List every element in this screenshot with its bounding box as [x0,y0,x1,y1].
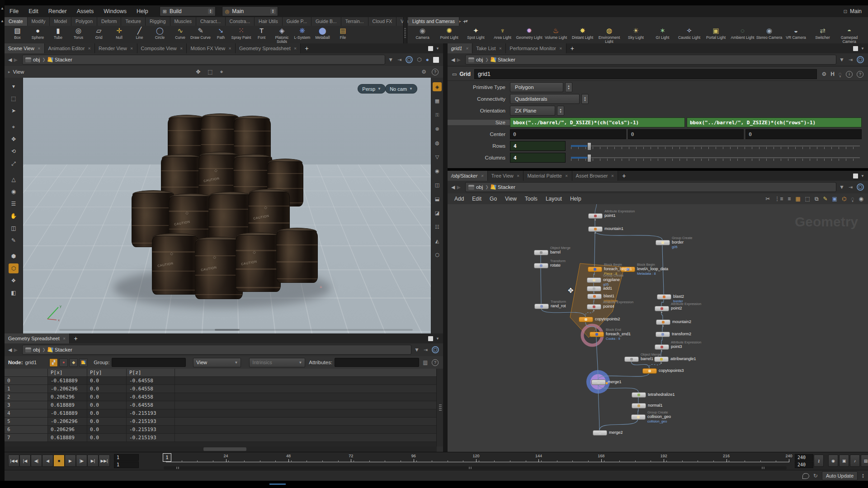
sphere-icon[interactable]: ● [426,56,429,63]
shelf-tool-line[interactable]: ╱Line [129,26,150,43]
path-menu-icon[interactable]: ▼ [839,184,844,190]
shelf-tool-platonic-solids[interactable]: ◈Platonic Solids [272,26,292,43]
node-copytopoints3[interactable] [642,368,657,374]
menu-assets[interactable]: Assets [72,5,99,17]
link-icon[interactable] [857,56,864,63]
path-segment-obj[interactable]: obj [25,347,40,352]
display-option-icon[interactable]: ⚿ [433,110,442,119]
dropdown-spinner[interactable]: ▲▼ [565,82,572,92]
node-attribwrangle1[interactable] [654,357,669,362]
shelf-tool-spray-paint[interactable]: ⁙Spray Paint [231,26,251,43]
path-menu-icon[interactable]: ▼ [839,56,844,63]
maximize-pane-icon[interactable] [853,46,858,51]
tab-geometry-spreadsheet[interactable]: Geometry Spreadsheet✕ [5,333,70,343]
viewport-tool-icon[interactable]: ✋ [9,211,19,221]
list-icon[interactable]: ≡ [788,196,791,202]
display-option-icon[interactable]: ◫ [433,180,442,189]
close-icon[interactable]: ✕ [611,174,614,178]
close-icon[interactable]: ✕ [88,47,91,51]
node-name-field[interactable]: grid1 [474,69,817,79]
close-icon[interactable]: ✕ [180,47,183,51]
display-option-icon[interactable]: ☷ [433,222,442,231]
viewport-tool-icon[interactable]: ◫ [9,223,19,233]
shelf-tab-create[interactable]: Create [5,17,28,26]
help-icon[interactable]: ? [432,69,439,75]
shelf-tool-tube[interactable]: ▮Tube [48,26,68,43]
shelf-tool-font[interactable]: TFont [251,26,272,43]
shelf-tool-file[interactable]: ▤File [333,26,353,43]
path-field[interactable]: obj❯Stacker [465,182,836,192]
shelf-tool-torus[interactable]: ◎Torus [68,26,89,43]
viewport-tool-icon[interactable]: ⌖ [9,122,19,132]
node-flag-dot[interactable] [593,310,594,311]
close-icon[interactable]: ✕ [63,337,66,341]
forward-icon[interactable]: ▶ [14,347,17,353]
shelf-tab-modify[interactable]: Modify [28,17,50,26]
shelf-tab-terrain[interactable]: Terrain... [341,17,368,26]
refresh-icon[interactable]: ↻ [813,473,818,479]
tab-scene-view[interactable]: Scene View✕ [5,43,45,53]
close-icon[interactable]: ✕ [565,174,568,178]
menu-file[interactable]: File [5,5,24,17]
back-icon[interactable]: ◀ [451,184,455,190]
key-icon[interactable]: ⚷ [814,455,824,467]
pin-icon[interactable]: ⇥ [424,347,428,353]
network-menu-add[interactable]: Add [450,196,468,202]
path-segment-obj[interactable]: obj [468,184,483,190]
shelf-tool-curve[interactable]: ∿Curve [170,26,190,43]
overview-icon[interactable]: ◉ [859,196,863,202]
number-field[interactable]: 4 [510,153,566,163]
shelf-tool-portal-light[interactable]: ▣Portal Light [703,26,729,43]
close-icon[interactable]: ✕ [228,47,231,51]
columns-icon[interactable]: ▥ [423,359,428,366]
play-icon[interactable]: ▶ [65,455,76,467]
network-menu-layout[interactable]: Layout [542,196,566,202]
shelf-tool-environment-light[interactable]: ◍Environment Light [596,26,623,43]
tab-asset-browser[interactable]: Asset Browser✕ [572,171,618,181]
viewport-tool-icon[interactable]: ❖ [9,276,19,286]
shelf-tool-geometry-light[interactable]: ✹Geometry Light [516,26,542,43]
shelf-tab-guidep[interactable]: Guide P... [283,17,311,26]
tab--obj-stacker[interactable]: /obj/Stacker✕ [448,171,488,181]
camera-selector[interactable]: No cam▼ [385,84,417,94]
node-transform2[interactable] [656,332,670,337]
shelf-tab-charact[interactable]: Charact... [196,17,226,26]
viewport-3d[interactable]: CAUTION◇CAUTION◇CAUTION◇CAUTION◇CAUTION◇… [23,78,431,333]
node-barrel1[interactable] [624,357,639,362]
display-option-icon[interactable]: ▽ [433,152,442,161]
record-icon[interactable]: ◉ [828,455,838,467]
spinner-icon[interactable]: ▲▼ [270,9,276,14]
shelf-tool-null[interactable]: ✛Null [109,26,129,43]
close-icon[interactable]: ✕ [465,47,468,51]
hscript-icon[interactable]: H [830,71,835,77]
shelf-tab-texture[interactable]: Texture [121,17,145,26]
close-icon[interactable]: ✕ [499,47,502,51]
node-mountain1[interactable] [588,226,603,232]
tab-geometry-spreadsheet[interactable]: Geometry Spreadsheet✕ [236,43,301,53]
update-mode-spinner[interactable]: ▲▼ [862,473,864,479]
close-icon[interactable]: ✕ [130,47,133,51]
node-point2[interactable] [655,306,669,311]
audio-icon[interactable]: ♪ [850,455,860,467]
sticky-note-icon[interactable]: ✎ [823,196,827,202]
shelf-tool-circle[interactable]: ◯Circle [150,26,170,43]
prev-frame-icon[interactable]: ◀| [31,455,42,467]
shelf-tool-caustic-light[interactable]: ✧Caustic Light [676,26,703,43]
shelf-tab-rigging[interactable]: Rigging [146,17,170,26]
menu-render[interactable]: Render [43,5,72,17]
stop-icon[interactable]: ■ [53,455,65,467]
tab-composite-view[interactable]: Composite View✕ [137,43,187,53]
background-image-icon[interactable]: ▣ [832,196,837,202]
viewport-tool-icon[interactable]: ⤢ [9,159,19,169]
display-option-icon[interactable]: ⬓ [433,194,442,203]
close-icon[interactable]: ✕ [481,174,484,178]
oil-barrel[interactable]: CAUTION◇ [152,236,199,295]
display-option-icon[interactable]: ◪ [433,208,442,217]
shelf-tool-camera[interactable]: ◉Camera [409,26,436,43]
viewport-tool-icon[interactable]: ⬡ [9,263,19,273]
path-segment-obj[interactable]: obj [468,57,483,62]
maximize-pane-icon[interactable] [853,174,858,178]
table-row[interactable]: 20.2062960.0-0.64558 [5,393,437,401]
path-field[interactable]: obj❯Stacker [465,55,836,65]
node-copytopoints2[interactable] [579,317,593,322]
